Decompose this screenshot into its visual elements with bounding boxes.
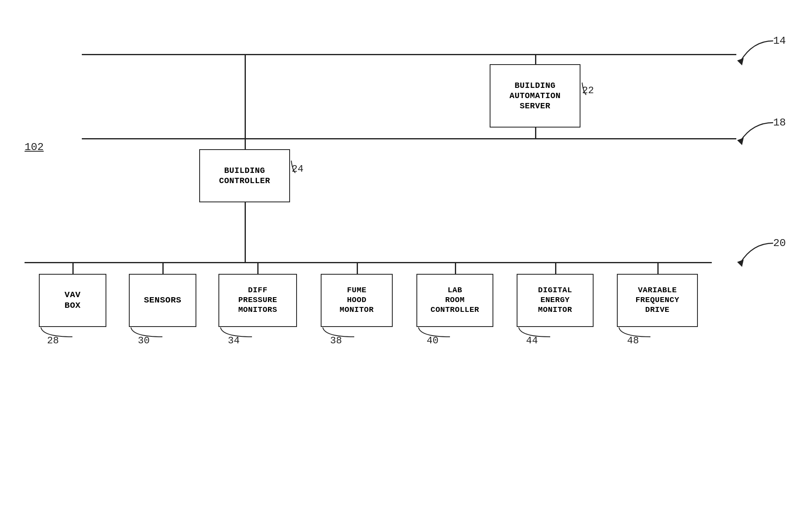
v-line-lab: [455, 262, 456, 274]
svg-marker-0: [737, 58, 744, 65]
lab-bracket: [416, 325, 453, 340]
vav-bracket: [39, 325, 76, 340]
building-automation-server-box: BUILDING AUTOMATION SERVER: [490, 64, 580, 128]
v-line-fume: [357, 262, 358, 274]
diff-pressure-monitors-label: DIFF PRESSURE MONITORS: [238, 286, 277, 315]
v-line-vav: [72, 262, 74, 274]
diagram-container: BUILDING AUTOMATION SERVER BUILDING CONT…: [0, 0, 812, 515]
sensors-label: SENSORS: [144, 295, 182, 306]
ref22-bracket: [580, 81, 587, 97]
ref24-bracket: [289, 159, 297, 175]
label-102: 102: [25, 141, 44, 153]
v-line-diff: [257, 262, 259, 274]
diff-pressure-monitors-box: DIFF PRESSURE MONITORS: [218, 274, 297, 327]
v-line-bc-bot: [245, 202, 246, 263]
ref-20: 20: [773, 237, 786, 249]
building-controller-label: BUILDING CONTROLLER: [219, 166, 270, 186]
bus-mid: [82, 138, 736, 139]
v-line-bas-mid: [535, 128, 536, 139]
sensors-bracket: [129, 325, 166, 340]
fume-hood-monitor-box: FUME HOOD MONITOR: [321, 274, 393, 327]
v-line-sensors: [162, 262, 164, 274]
digital-energy-monitor-label: DIGITAL ENERGY MONITOR: [538, 286, 572, 315]
sensors-box: SENSORS: [129, 274, 196, 327]
bus-bot: [25, 262, 712, 263]
variable-frequency-drive-label: VARIABLE FREQUENCY DRIVE: [635, 286, 679, 315]
vfd-bracket: [617, 325, 654, 340]
variable-frequency-drive-box: VARIABLE FREQUENCY DRIVE: [617, 274, 698, 327]
ref-14: 14: [773, 35, 786, 47]
fume-bracket: [321, 325, 358, 340]
diff-bracket: [218, 325, 255, 340]
svg-marker-2: [737, 260, 744, 267]
fume-hood-monitor-label: FUME HOOD MONITOR: [340, 286, 373, 315]
building-automation-server-label: BUILDING AUTOMATION SERVER: [509, 81, 560, 111]
digital-energy-monitor-box: DIGITAL ENERGY MONITOR: [517, 274, 594, 327]
building-controller-box: BUILDING CONTROLLER: [199, 149, 290, 202]
v-line-bc-mid: [245, 138, 246, 150]
lab-room-controller-label: LAB ROOM CONTROLLER: [430, 286, 479, 315]
bus-top: [82, 54, 736, 55]
v-line-vfd: [657, 262, 659, 274]
v-line-bas-top: [535, 54, 536, 64]
svg-marker-1: [737, 138, 744, 145]
digital-bracket: [517, 325, 553, 340]
v-line-top-mid-left: [245, 54, 246, 139]
vav-box-label: VAV BOX: [65, 290, 81, 311]
ref-18: 18: [773, 116, 786, 129]
lab-room-controller-box: LAB ROOM CONTROLLER: [416, 274, 493, 327]
v-line-digital: [555, 262, 556, 274]
vav-box: VAV BOX: [39, 274, 106, 327]
